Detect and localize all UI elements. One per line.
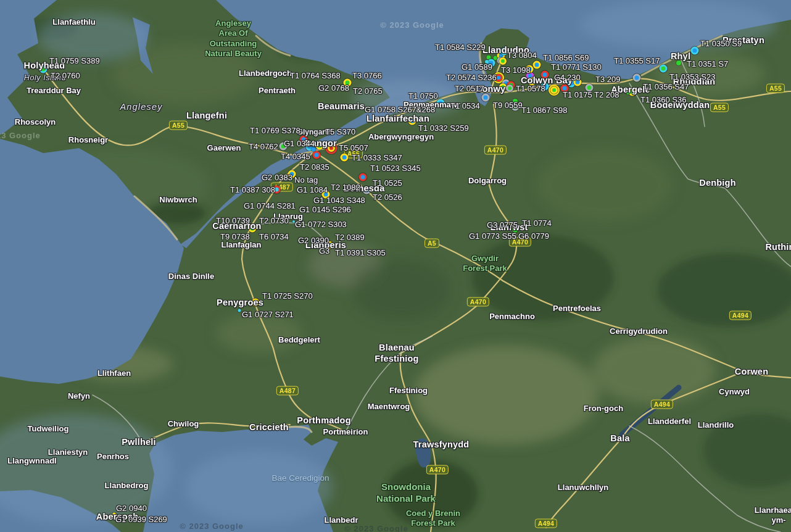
marker-label: T1 0771 S130 — [551, 62, 602, 72]
google-watermark: © 2023 Google — [380, 20, 444, 30]
place-label[interactable]: Denbigh — [699, 177, 735, 188]
place-label[interactable]: Llanfaethlu — [52, 17, 95, 27]
place-label[interactable]: Dolgarrog — [468, 176, 507, 186]
place-label[interactable]: Rhosneigr — [68, 135, 108, 145]
place-label[interactable]: Penmachno — [489, 312, 535, 322]
place-label[interactable]: Chwilog — [168, 419, 199, 429]
marker-label: G2 0383 — [262, 173, 292, 182]
road-badge: A494 — [651, 400, 673, 409]
place-label[interactable]: Llaniestyn — [48, 447, 88, 457]
map-marker[interactable] — [313, 151, 321, 159]
map-marker[interactable] — [238, 309, 241, 312]
place-label[interactable]: Llanfaglan — [221, 240, 261, 250]
place-label[interactable]: Pentrefoelas — [553, 304, 601, 314]
place-label[interactable]: Pwllheli — [122, 436, 156, 447]
marker-label: T1 0356 S47 — [643, 82, 689, 91]
place-label[interactable]: Anglesey — [120, 101, 162, 112]
marker-label: T2 0574 S236 — [446, 73, 497, 82]
place-label[interactable]: Corwen — [735, 366, 768, 377]
place-label[interactable]: Ffestiniog — [389, 386, 428, 396]
place-label[interactable]: Trawsfynydd — [413, 439, 470, 450]
place-label[interactable]: Pentraeth — [259, 86, 296, 96]
road-badge: A5 — [424, 239, 439, 248]
place-label[interactable]: Coed y Brenin Forest Park — [406, 509, 460, 529]
place-label[interactable]: Llanuwchllyn — [558, 483, 608, 493]
place-label[interactable]: Portmeirion — [323, 427, 368, 437]
marker-label: T1 0350 S9 — [700, 39, 742, 48]
place-label[interactable]: Criccieth — [249, 422, 289, 433]
marker-label: G2 0940 — [116, 504, 147, 513]
place-label[interactable]: Cerrigydrudion — [610, 326, 668, 336]
marker-label: T3 1098 — [501, 65, 531, 75]
road-badge: A55 — [710, 103, 729, 112]
place-label[interactable]: Beddgelert — [278, 335, 320, 345]
map-marker[interactable] — [482, 94, 490, 102]
place-label[interactable]: Llanbedrog — [105, 481, 149, 491]
place-label[interactable]: Tudweiliog — [28, 424, 69, 434]
road-badge: A470 — [484, 146, 507, 155]
marker-label: G1 0727 S271 — [242, 310, 294, 319]
place-label[interactable]: Llandrillo — [698, 420, 734, 430]
place-label[interactable]: Rhoscolyn — [15, 117, 56, 127]
place-label[interactable]: Penrhos — [97, 452, 129, 462]
place-label[interactable]: Llanfairfechan — [367, 113, 429, 124]
map-marker[interactable] — [660, 65, 668, 73]
marker-label: G2 0768 — [318, 83, 349, 93]
map-marker[interactable] — [341, 154, 349, 162]
google-watermark: © 2023 Google — [0, 131, 41, 140]
marker-label: T2 0760 — [51, 71, 80, 80]
place-label[interactable]: Dinas Dinlle — [168, 272, 214, 281]
place-label[interactable]: Maentwrog — [368, 402, 410, 412]
place-label[interactable]: Porthmadog — [297, 415, 350, 426]
place-label[interactable]: Blaenau Ffestiniog — [375, 342, 418, 364]
place-label[interactable]: Abergwyngregyn — [368, 132, 434, 142]
place-label[interactable]: Llangwnnadl — [7, 456, 56, 466]
marker-label: T1 0523 S345 — [370, 164, 421, 173]
marker-label: T2 0765 — [353, 86, 383, 96]
marker-label: G2 0390 — [298, 236, 329, 245]
place-label[interactable]: Ruthin — [765, 241, 791, 252]
marker-label: T1 0750 — [408, 91, 438, 101]
map-marker[interactable] — [550, 86, 558, 94]
place-label[interactable]: Bae Ceredigion — [271, 473, 329, 484]
marker-label: T1 0759 S389 — [49, 56, 100, 65]
map-marker[interactable] — [359, 173, 367, 181]
road-badge: A470 — [467, 297, 489, 307]
place-label[interactable]: Llangefni — [186, 110, 227, 121]
place-label[interactable]: Llanrhaeadr-ym- — [755, 505, 791, 526]
marker-label: G1 0773 S55 — [469, 231, 516, 241]
place-label[interactable]: Llanbedrgoch — [239, 69, 292, 78]
place-label[interactable]: Beaumaris — [318, 101, 365, 112]
place-label[interactable]: Niwbwrch — [159, 195, 197, 205]
place-label[interactable]: Nefyn — [68, 391, 90, 401]
place-label[interactable]: Snowdonia National Park — [376, 481, 436, 505]
place-label[interactable]: Bala — [610, 433, 629, 444]
place-label[interactable]: Trearddur Bay — [27, 86, 81, 96]
road-badge: A55 — [766, 84, 785, 93]
map-marker[interactable] — [633, 74, 641, 82]
map-marker[interactable] — [506, 85, 513, 92]
marker-label: T1 0584 S229 — [435, 43, 486, 52]
marker-label: G1 0589 — [462, 62, 492, 72]
google-watermark: © 2023 Google — [180, 522, 244, 531]
satellite-map[interactable]: {"":""} — [0, 0, 791, 532]
marker-label: G1 0344 — [284, 139, 315, 148]
marker-label: G1 1084 — [297, 185, 328, 194]
marker-label: T1 0578 — [516, 84, 545, 93]
place-label[interactable]: Gaerwen — [207, 143, 241, 153]
place-label[interactable]: Cynwyd — [719, 387, 750, 397]
place-label[interactable]: Llithfaen — [97, 368, 131, 378]
place-label[interactable]: Fron-goch — [584, 404, 623, 414]
place-label[interactable]: Llandderfel — [648, 417, 691, 426]
marker-label: T2 1082 — [331, 183, 360, 192]
marker-label: T2 0389 — [335, 233, 365, 242]
place-label[interactable]: Penygroes — [217, 297, 263, 308]
place-label[interactable]: Gwydir Forest Park — [463, 254, 507, 274]
map-marker[interactable] — [499, 57, 507, 65]
map-marker[interactable] — [533, 61, 541, 69]
marker-label: T4 0345 — [281, 152, 310, 161]
place-label[interactable]: Anglesey Area Of Outstanding Natural Bea… — [205, 19, 262, 59]
marker-label: T1 0360 S36 — [640, 95, 686, 104]
map-marker[interactable] — [691, 47, 699, 55]
marker-label: G4 230 — [554, 73, 581, 82]
